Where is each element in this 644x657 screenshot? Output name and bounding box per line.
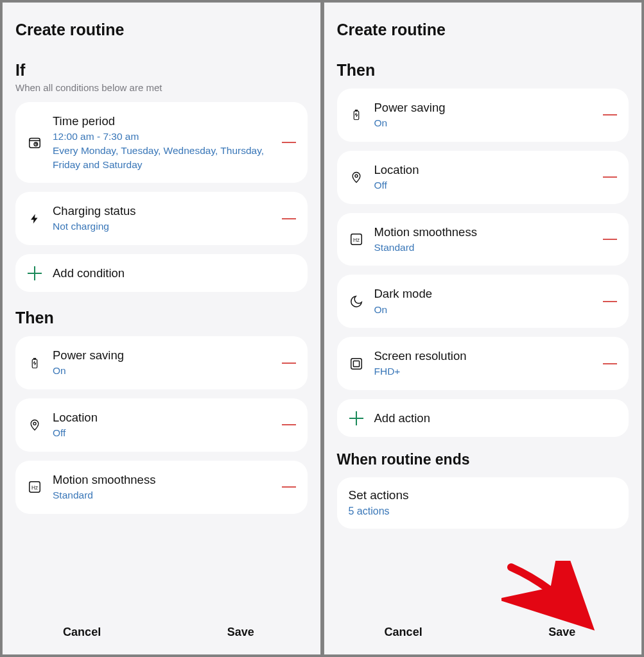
minus-icon: [282, 218, 296, 219]
action-dark-mode[interactable]: Dark mode On: [337, 275, 629, 328]
minus-icon: [282, 363, 296, 364]
condition-label: Charging status: [53, 203, 272, 218]
svg-text:Hz: Hz: [31, 485, 38, 491]
action-motion-smoothness[interactable]: Hz Motion smoothness Standard: [337, 213, 629, 266]
action-value: On: [53, 364, 272, 378]
svg-rect-13: [353, 361, 359, 366]
minus-icon: [282, 142, 296, 143]
hz-icon: Hz: [347, 232, 365, 246]
resolution-icon: [347, 357, 365, 371]
svg-point-4: [33, 423, 36, 425]
remove-button[interactable]: [602, 363, 618, 364]
page-title: Create routine: [15, 21, 308, 39]
minus-icon: [282, 486, 296, 488]
svg-rect-3: [34, 358, 36, 359]
remove-button[interactable]: [602, 114, 618, 115]
minus-icon: [603, 239, 617, 240]
action-label: Power saving: [374, 100, 593, 115]
moon-icon: [347, 294, 365, 309]
set-actions-label: Set actions: [349, 488, 618, 503]
page-title: Create routine: [337, 21, 629, 39]
right-pane: Create routine Then Power saving On Loca…: [324, 2, 643, 655]
then-heading: Then: [15, 309, 308, 327]
svg-rect-12: [351, 358, 361, 369]
if-subtitle: When all conditions below are met: [15, 82, 308, 93]
remove-button[interactable]: [602, 301, 618, 302]
minus-icon: [603, 301, 617, 302]
remove-button[interactable]: [281, 218, 297, 219]
condition-value: Not charging: [53, 219, 272, 234]
minus-icon: [603, 114, 617, 115]
svg-text:Hz: Hz: [352, 237, 359, 243]
action-motion-smoothness[interactable]: Hz Motion smoothness Standard: [15, 461, 308, 514]
battery-icon: [347, 107, 365, 123]
plus-icon: [347, 411, 365, 425]
battery-icon: [26, 355, 44, 371]
action-value: Standard: [374, 241, 593, 255]
action-label: Motion smoothness: [53, 472, 272, 487]
condition-label: Time period: [53, 114, 272, 128]
minus-icon: [282, 424, 296, 425]
action-power-saving[interactable]: Power saving On: [15, 336, 308, 389]
action-label: Motion smoothness: [374, 225, 593, 239]
cancel-button[interactable]: Cancel: [324, 626, 483, 639]
action-power-saving[interactable]: Power saving On: [337, 89, 629, 142]
calendar-icon: [26, 135, 44, 149]
action-value: FHD+: [374, 364, 593, 379]
add-condition-label: Add condition: [53, 266, 297, 280]
condition-value: 12:00 am - 7:30 am Every Monday, Tuesday…: [53, 130, 272, 171]
condition-time-period[interactable]: Time period 12:00 am - 7:30 am Every Mon…: [15, 102, 308, 183]
then-heading: Then: [337, 61, 629, 80]
action-label: Screen resolution: [374, 348, 593, 363]
action-value: Off: [53, 426, 272, 440]
add-action-button[interactable]: Add action: [337, 399, 629, 437]
remove-button[interactable]: [281, 142, 297, 143]
bolt-icon: [26, 212, 44, 226]
remove-button[interactable]: [281, 363, 297, 364]
action-label: Location: [374, 162, 593, 177]
action-label: Location: [53, 410, 272, 425]
plus-icon: [26, 266, 44, 280]
pin-icon: [26, 417, 44, 432]
routine-ends-heading: When routine ends: [337, 451, 629, 468]
svg-rect-2: [32, 359, 37, 368]
action-value: On: [374, 116, 593, 130]
svg-rect-8: [355, 110, 357, 112]
minus-icon: [603, 176, 617, 178]
bottom-bar: Cancel Save: [3, 614, 320, 654]
action-location[interactable]: Location Off: [15, 398, 308, 452]
set-actions-button[interactable]: Set actions 5 actions: [337, 477, 629, 529]
svg-rect-7: [354, 111, 359, 120]
action-label: Power saving: [53, 348, 272, 363]
action-label: Dark mode: [374, 286, 593, 301]
cancel-button[interactable]: Cancel: [3, 626, 161, 639]
save-button[interactable]: Save: [161, 626, 320, 639]
svg-point-9: [354, 175, 357, 177]
condition-charging-status[interactable]: Charging status Not charging: [15, 192, 308, 245]
save-button[interactable]: Save: [483, 626, 641, 639]
add-action-label: Add action: [374, 411, 619, 425]
bottom-bar: Cancel Save: [324, 614, 642, 654]
minus-icon: [603, 363, 617, 364]
remove-button[interactable]: [281, 486, 297, 488]
action-screen-resolution[interactable]: Screen resolution FHD+: [337, 337, 629, 390]
remove-button[interactable]: [602, 239, 618, 240]
action-value: Off: [374, 178, 593, 192]
hz-icon: Hz: [26, 480, 44, 494]
action-location[interactable]: Location Off: [337, 151, 629, 204]
left-pane: Create routine If When all conditions be…: [2, 2, 321, 655]
remove-button[interactable]: [602, 176, 618, 178]
if-heading: If: [15, 61, 308, 80]
add-condition-button[interactable]: Add condition: [15, 254, 308, 292]
remove-button[interactable]: [281, 424, 297, 425]
pin-icon: [347, 169, 365, 185]
action-value: Standard: [53, 488, 272, 502]
action-value: On: [374, 303, 593, 317]
set-actions-value: 5 actions: [349, 504, 618, 518]
